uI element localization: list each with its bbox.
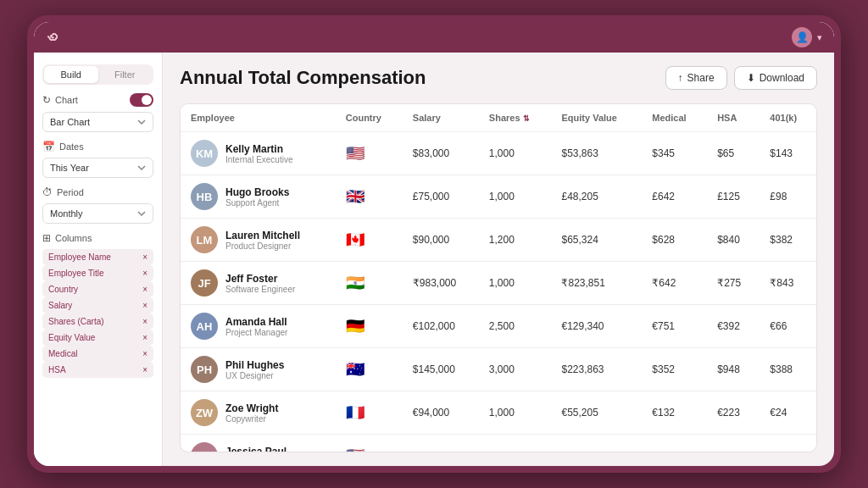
column-tag: Shares (Carta)× <box>42 313 153 330</box>
column-tag: Employee Name× <box>42 249 153 265</box>
salary-cell: €94,000 <box>403 391 479 435</box>
compensation-table: EmployeeCountrySalaryShares⇅Equity Value… <box>181 104 816 452</box>
hsa-cell: $122 <box>707 435 760 453</box>
column-tag: Employee Title× <box>42 265 153 281</box>
k401-cell: $382 <box>760 219 816 262</box>
col-header-equity: Equity Value <box>551 104 642 132</box>
country-cell: 🇫🇷 <box>336 391 403 435</box>
main-content: Annual Total Compensation ↑ Share ⬇ Down… <box>163 53 834 466</box>
salary-cell: $145,000 <box>403 348 479 391</box>
table-row: JP Jessica Paul Sales Associate 🇺🇸$82,50… <box>181 435 816 453</box>
flag-icon: 🇬🇧 <box>346 188 364 205</box>
shares-cell: 1,000 <box>479 175 552 219</box>
employee-name: Lauren Mitchell <box>225 230 300 241</box>
dates-label: 📅 Dates <box>42 141 153 152</box>
country-cell: 🇮🇳 <box>336 262 403 305</box>
equity-cell: $223,863 <box>551 348 642 391</box>
hsa-cell: $840 <box>707 219 760 262</box>
employee-avatar: HB <box>191 183 218 210</box>
employee-title: Product Designer <box>225 241 300 251</box>
remove-column-icon[interactable]: × <box>142 301 147 310</box>
employee-name: Phil Hughes <box>225 359 284 371</box>
employee-name: Kelly Martin <box>225 143 293 155</box>
remove-column-icon[interactable]: × <box>142 333 147 342</box>
column-tag: Country× <box>42 281 153 297</box>
header-buttons: ↑ Share ⬇ Download <box>665 66 817 90</box>
medical-cell: $551 <box>642 435 707 453</box>
title-bar: ꩜ 👤 ▾ <box>34 22 834 53</box>
col-header-shares[interactable]: Shares⇅ <box>479 104 552 132</box>
hsa-cell: $65 <box>707 132 760 175</box>
flag-icon: 🇦🇺 <box>346 361 364 378</box>
column-tag: HSA× <box>42 362 153 378</box>
employee-avatar: LM <box>191 226 218 253</box>
period-select[interactable]: Monthly Weekly Quarterly Yearly <box>42 203 153 224</box>
employee-name: Jessica Paul <box>225 446 287 453</box>
table-row: AH Amanda Hall Project Manager 🇩🇪€102,00… <box>181 305 816 348</box>
shares-cell: 2,500 <box>479 305 552 348</box>
share-icon: ↑ <box>678 72 683 84</box>
download-icon: ⬇ <box>747 72 755 84</box>
col-header-medical: Medical <box>642 104 707 132</box>
dates-select[interactable]: This Year Last Year All Time <box>42 158 153 178</box>
equity-cell: $53,863 <box>551 132 642 175</box>
col-header-employee: Employee <box>181 104 336 132</box>
employee-cell: LM Lauren Mitchell Product Designer <box>181 219 336 262</box>
flag-icon: 🇩🇪 <box>346 318 364 335</box>
download-button[interactable]: ⬇ Download <box>734 66 817 90</box>
remove-column-icon[interactable]: × <box>142 269 147 278</box>
flag-icon: 🇫🇷 <box>346 404 364 421</box>
equity-cell: ₹823,851 <box>551 262 642 305</box>
page-title: Annual Total Compensation <box>180 67 426 89</box>
chart-toggle[interactable] <box>130 93 153 107</box>
employee-name: Amanda Hall <box>225 316 287 328</box>
hsa-cell: €392 <box>707 305 760 348</box>
remove-column-icon[interactable]: × <box>142 285 147 294</box>
sort-icon: ⇅ <box>523 114 530 123</box>
employee-avatar: JF <box>191 269 218 297</box>
remove-column-icon[interactable]: × <box>142 365 147 374</box>
dates-section: 📅 Dates This Year Last Year All Time <box>42 141 153 178</box>
k401-cell: $510 <box>760 435 816 453</box>
sidebar: Build Filter ↻ Chart Bar Chart Line Char… <box>34 53 163 466</box>
employee-title: Software Engineer <box>225 285 295 294</box>
medical-cell: ₹642 <box>642 262 707 305</box>
chart-section: ↻ Chart Bar Chart Line Chart Pie Chart <box>42 93 153 132</box>
remove-column-icon[interactable]: × <box>142 252 147 262</box>
avatar[interactable]: 👤 <box>792 27 812 47</box>
equity-cell: €55,205 <box>551 391 642 435</box>
table-row: ZW Zoe Wright Copywriter 🇫🇷€94,0001,000€… <box>181 391 816 435</box>
shares-cell: 1,200 <box>479 219 552 262</box>
employee-name: Hugo Brooks <box>225 186 289 198</box>
salary-cell: $82,500 <box>403 435 479 453</box>
employee-title: Support Agent <box>225 198 289 208</box>
flag-icon: 🇮🇳 <box>346 274 364 291</box>
col-header-k401: 401(k) <box>760 104 816 132</box>
employee-cell: AH Amanda Hall Project Manager <box>181 305 336 348</box>
tab-filter[interactable]: Filter <box>98 66 153 83</box>
remove-column-icon[interactable]: × <box>142 349 147 358</box>
sidebar-tabs: Build Filter <box>42 64 153 85</box>
country-cell: 🇩🇪 <box>336 305 403 348</box>
shares-cell: 3,000 <box>479 348 552 391</box>
table-body: KM Kelly Martin Internal Executive 🇺🇸$83… <box>181 132 816 453</box>
tab-build[interactable]: Build <box>44 66 98 83</box>
share-button[interactable]: ↑ Share <box>665 66 727 90</box>
k401-cell: €24 <box>760 391 816 435</box>
avatar-chevron[interactable]: ▾ <box>817 32 822 43</box>
table-row: LM Lauren Mitchell Product Designer 🇨🇦$9… <box>181 219 816 262</box>
employee-avatar: PH <box>191 356 218 383</box>
employee-cell: HB Hugo Brooks Support Agent <box>181 175 336 219</box>
medical-cell: €751 <box>642 305 707 348</box>
remove-column-icon[interactable]: × <box>142 317 147 326</box>
chart-type-select[interactable]: Bar Chart Line Chart Pie Chart <box>42 112 153 132</box>
country-cell: 🇦🇺 <box>336 348 403 391</box>
country-cell: 🇺🇸 <box>336 132 403 175</box>
hsa-cell: €223 <box>707 391 760 435</box>
employee-name: Zoe Wright <box>225 402 278 414</box>
equity-cell: $82,122 <box>551 435 642 453</box>
employee-avatar: AH <box>191 313 218 340</box>
table-header: EmployeeCountrySalaryShares⇅Equity Value… <box>181 104 816 132</box>
equity-cell: €129,340 <box>551 305 642 348</box>
column-tag: Salary× <box>42 297 153 313</box>
